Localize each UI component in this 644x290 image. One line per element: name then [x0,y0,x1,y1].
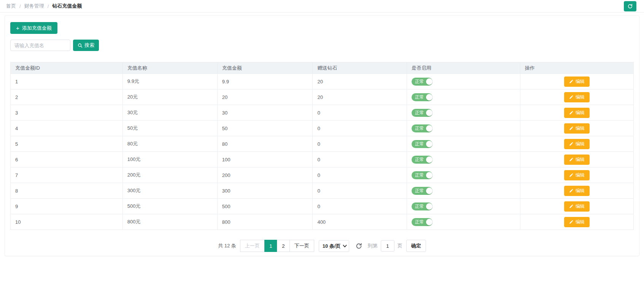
cell-amount: 300 [217,183,313,199]
cell-action: 编辑 [520,167,633,183]
pagination: 共 12 条 上一页 1 2 下一页 10 条/页 到第 页 确定 [10,240,634,252]
cell-diamonds: 0 [313,136,407,152]
status-toggle-label: 正常 [415,188,424,193]
column-header-actions: 操作 [520,62,633,74]
edit-button[interactable]: 编辑 [564,92,590,102]
edit-button[interactable]: 编辑 [564,155,590,165]
page-refresh-button[interactable] [624,1,636,11]
status-toggle-label: 正常 [415,204,424,209]
topbar: 首页 / 财务管理 / 钻石充值金额 [0,0,644,13]
toggle-knob [426,78,433,85]
cell-status: 正常 [407,89,520,105]
cell-amount: 500 [217,199,313,214]
breadcrumb-finance[interactable]: 财务管理 [24,3,44,10]
cell-name: 800元 [122,214,217,230]
page-button-1[interactable]: 1 [264,240,277,252]
status-toggle[interactable]: 正常 [412,156,433,164]
cell-id: 8 [11,183,123,199]
edit-button[interactable]: 编辑 [564,170,590,180]
edit-button[interactable]: 编辑 [564,201,590,212]
pencil-icon [569,220,574,224]
edit-button-label: 编辑 [576,219,585,225]
table-row: 6 100元 100 0 正常 编辑 [11,152,634,167]
cell-amount: 80 [217,136,313,152]
pencil-icon [569,79,574,84]
cell-id: 4 [11,121,123,136]
add-recharge-button[interactable]: + 添加充值金额 [10,22,57,34]
status-toggle[interactable]: 正常 [412,78,433,86]
status-toggle[interactable]: 正常 [412,109,433,117]
edit-button-label: 编辑 [576,94,585,100]
column-header-diamonds: 赠送钻石 [313,62,407,74]
table-body: 1 9.9元 9.9 20 正常 编辑 2 20元 20 20 [11,74,634,230]
plus-icon: + [16,25,19,31]
cell-diamonds: 0 [313,183,407,199]
goto-page-input[interactable] [381,240,394,252]
status-toggle-label: 正常 [415,142,424,146]
pencil-icon [569,188,574,193]
toggle-knob [426,125,433,132]
status-toggle-label: 正常 [415,173,424,177]
status-toggle[interactable]: 正常 [412,218,433,226]
edit-button[interactable]: 编辑 [564,76,590,87]
cell-id: 3 [11,105,123,121]
toggle-knob [426,203,433,210]
page-size-select[interactable]: 10 条/页 [319,240,349,252]
table-header-row: 充值金额ID 充值名称 充值金额 赠送钻石 是否启用 操作 [11,62,634,74]
cell-diamonds: 0 [313,152,407,167]
cell-status: 正常 [407,183,520,199]
refresh-icon [627,3,633,9]
cell-amount: 800 [217,214,313,230]
next-page-button[interactable]: 下一页 [289,240,314,252]
cell-id: 5 [11,136,123,152]
search-button-label: 搜索 [84,42,94,49]
search-button[interactable]: 搜索 [73,40,99,51]
table-row: 4 50元 50 0 正常 编辑 [11,121,634,136]
cell-name: 100元 [122,152,217,167]
status-toggle[interactable]: 正常 [412,171,433,179]
table-row: 3 30元 30 0 正常 编辑 [11,105,634,121]
breadcrumb-separator: / [19,3,21,9]
edit-button-label: 编辑 [576,156,585,163]
breadcrumb-separator: / [48,3,49,9]
cell-amount: 9.9 [217,74,313,89]
edit-button[interactable]: 编辑 [564,139,590,149]
breadcrumb-home[interactable]: 首页 [6,3,16,10]
cell-name: 20元 [122,89,217,105]
edit-button[interactable]: 编辑 [564,108,590,118]
page-button-2[interactable]: 2 [277,240,290,252]
cell-amount: 200 [217,167,313,183]
confirm-button[interactable]: 确定 [406,240,426,252]
status-toggle[interactable]: 正常 [412,187,433,195]
refresh-list-button[interactable] [355,242,363,250]
edit-button[interactable]: 编辑 [564,123,590,134]
cell-name: 200元 [122,167,217,183]
edit-button-label: 编辑 [576,110,585,116]
pencil-icon [569,173,574,177]
cell-status: 正常 [407,167,520,183]
pencil-icon [569,142,574,146]
table-row: 7 200元 200 0 正常 编辑 [11,167,634,183]
search-row: 搜索 [10,40,634,51]
edit-button-label: 编辑 [576,203,585,210]
edit-button-label: 编辑 [576,172,585,178]
cell-diamonds: 0 [313,105,407,121]
search-input[interactable] [10,40,70,51]
cell-id: 2 [11,89,123,105]
cell-name: 50元 [122,121,217,136]
status-toggle[interactable]: 正常 [412,93,433,101]
edit-button[interactable]: 编辑 [564,217,590,227]
status-toggle[interactable]: 正常 [412,202,433,210]
cell-id: 9 [11,199,123,214]
status-toggle[interactable]: 正常 [412,140,433,148]
prev-page-button[interactable]: 上一页 [240,240,265,252]
cell-action: 编辑 [520,183,633,199]
cell-name: 9.9元 [122,74,217,89]
cell-amount: 50 [217,121,313,136]
status-toggle[interactable]: 正常 [412,124,433,132]
edit-button[interactable]: 编辑 [564,186,590,196]
cell-action: 编辑 [520,214,633,230]
refresh-icon [355,242,363,250]
recharge-table: 充值金额ID 充值名称 充值金额 赠送钻石 是否启用 操作 1 9.9元 9.9… [10,62,634,230]
breadcrumb: 首页 / 财务管理 / 钻石充值金额 [6,3,82,10]
